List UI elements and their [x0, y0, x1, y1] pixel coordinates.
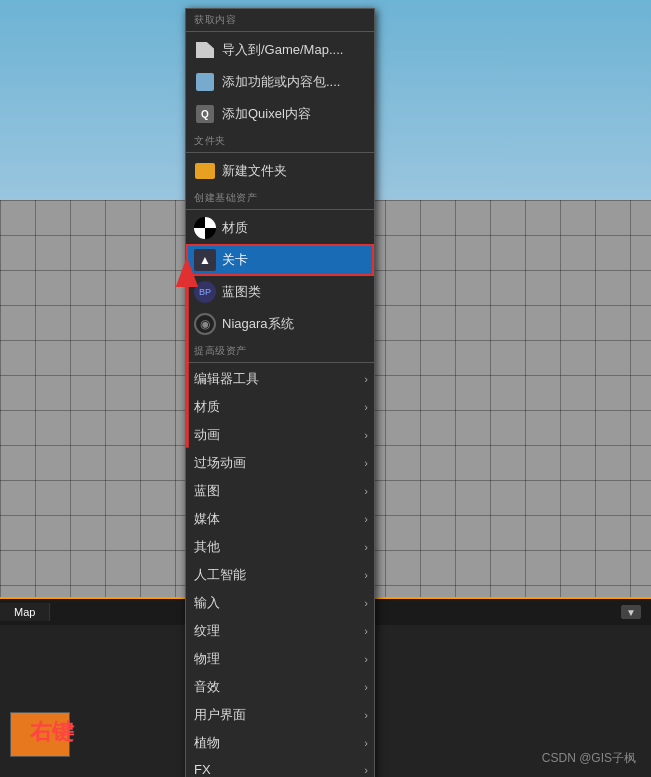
arrow-icon-cutscene: ›: [364, 457, 368, 469]
editor-tools-label: 编辑器工具: [194, 370, 366, 388]
section-file-folder: 文件夹: [186, 130, 374, 150]
cutscene-label: 过场动画: [194, 454, 366, 472]
niagara-icon: [194, 313, 216, 335]
menu-item-import[interactable]: 导入到/Game/Map....: [186, 34, 374, 66]
arrow-icon-media: ›: [364, 513, 368, 525]
menu-item-blueprint-class[interactable]: BP 蓝图类: [186, 276, 374, 308]
level-icon: [194, 249, 216, 271]
menu-item-niagara[interactable]: Niagara系统: [186, 308, 374, 340]
divider-4: [186, 362, 374, 363]
menu-item-foliage[interactable]: 植物 ›: [186, 729, 374, 757]
menu-item-materials[interactable]: 材质 ›: [186, 393, 374, 421]
menu-item-new-folder[interactable]: 新建文件夹: [186, 155, 374, 187]
arrow-icon-ai: ›: [364, 569, 368, 581]
foliage-label: 植物: [194, 734, 366, 752]
menu-item-editor-tools[interactable]: 编辑器工具 ›: [186, 365, 374, 393]
tab-dropdown[interactable]: ▼: [621, 605, 641, 619]
menu-item-cutscene[interactable]: 过场动画 ›: [186, 449, 374, 477]
fx-label: FX: [194, 762, 366, 777]
menu-item-fx[interactable]: FX ›: [186, 757, 374, 777]
menu-item-animation[interactable]: 动画 ›: [186, 421, 374, 449]
section-create-assets: 创建基础资产: [186, 187, 374, 207]
section-advanced-assets: 提高级资产: [186, 340, 374, 360]
level-label: 关卡: [222, 251, 366, 269]
material-icon: [194, 217, 216, 239]
arrow-icon-physics: ›: [364, 653, 368, 665]
folder-icon: [194, 160, 216, 182]
menu-item-media[interactable]: 媒体 ›: [186, 505, 374, 533]
menu-item-input[interactable]: 输入 ›: [186, 589, 374, 617]
menu-item-physics[interactable]: 物理 ›: [186, 645, 374, 673]
material-label: 材质: [222, 219, 366, 237]
other-label: 其他: [194, 538, 366, 556]
section-obtain-content: 获取内容: [186, 9, 374, 29]
context-menu: 获取内容 导入到/Game/Map.... 添加功能或内容包.... Q 添加Q…: [185, 8, 375, 777]
arrow-icon-materials: ›: [364, 401, 368, 413]
sound-label: 音效: [194, 678, 366, 696]
materials-label: 材质: [194, 398, 366, 416]
divider-3: [186, 209, 374, 210]
texture-label: 纹理: [194, 622, 366, 640]
media-label: 媒体: [194, 510, 366, 528]
arrow-icon-animation: ›: [364, 429, 368, 441]
arrow-icon-ui: ›: [364, 709, 368, 721]
puzzle-icon: [194, 71, 216, 93]
right-click-label: 右键: [30, 717, 74, 747]
arrow-icon-input: ›: [364, 597, 368, 609]
arrow-icon-fx: ›: [364, 764, 368, 776]
physics-label: 物理: [194, 650, 366, 668]
new-folder-label: 新建文件夹: [222, 162, 366, 180]
quixel-icon: Q: [194, 103, 216, 125]
file-icon: [194, 39, 216, 61]
input-label: 输入: [194, 594, 366, 612]
arrow-icon-sound: ›: [364, 681, 368, 693]
arrow-icon-other: ›: [364, 541, 368, 553]
arrow-icon-foliage: ›: [364, 737, 368, 749]
animation-label: 动画: [194, 426, 366, 444]
map-tab[interactable]: Map: [0, 603, 50, 621]
arrow-icon-blueprint: ›: [364, 485, 368, 497]
divider-1: [186, 31, 374, 32]
menu-item-add-feature[interactable]: 添加功能或内容包....: [186, 66, 374, 98]
menu-item-level[interactable]: 关卡: [186, 244, 374, 276]
menu-item-blueprint[interactable]: 蓝图 ›: [186, 477, 374, 505]
arrow-icon-editor-tools: ›: [364, 373, 368, 385]
add-feature-label: 添加功能或内容包....: [222, 73, 366, 91]
blueprint-icon: BP: [194, 281, 216, 303]
menu-item-ui[interactable]: 用户界面 ›: [186, 701, 374, 729]
blueprint-label: 蓝图: [194, 482, 366, 500]
menu-item-sound[interactable]: 音效 ›: [186, 673, 374, 701]
menu-item-ai[interactable]: 人工智能 ›: [186, 561, 374, 589]
add-quixel-label: 添加Quixel内容: [222, 105, 366, 123]
arrow-icon-texture: ›: [364, 625, 368, 637]
ui-label: 用户界面: [194, 706, 366, 724]
ai-label: 人工智能: [194, 566, 366, 584]
menu-item-material[interactable]: 材质: [186, 212, 374, 244]
import-label: 导入到/Game/Map....: [222, 41, 366, 59]
menu-item-texture[interactable]: 纹理 ›: [186, 617, 374, 645]
csdn-watermark: CSDN @GIS子枫: [542, 750, 636, 767]
menu-item-add-quixel[interactable]: Q 添加Quixel内容: [186, 98, 374, 130]
menu-item-other[interactable]: 其他 ›: [186, 533, 374, 561]
blueprint-class-label: 蓝图类: [222, 283, 366, 301]
divider-2: [186, 152, 374, 153]
niagara-label: Niagara系统: [222, 315, 366, 333]
